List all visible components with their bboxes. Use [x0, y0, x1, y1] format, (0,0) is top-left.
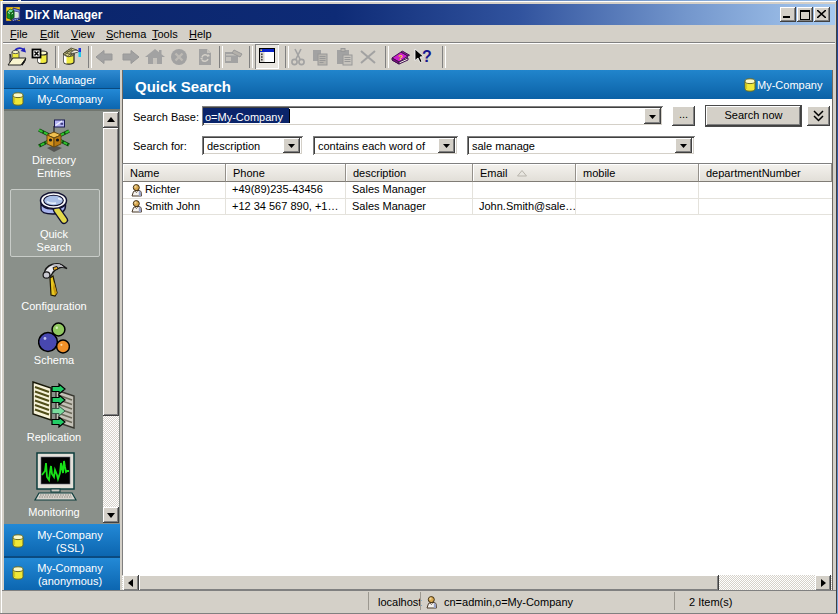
svg-text:?: ?	[398, 53, 403, 62]
